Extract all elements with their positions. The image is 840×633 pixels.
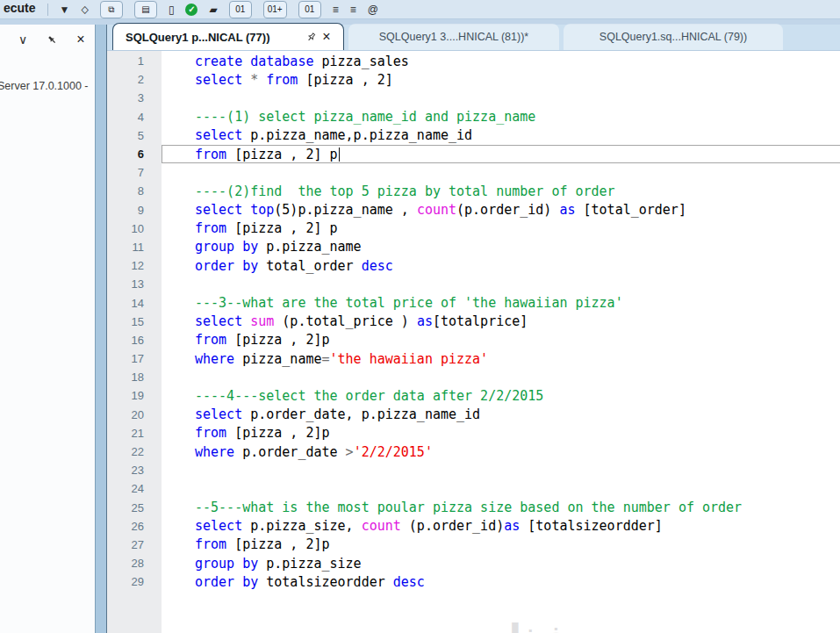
cancel-query-icon[interactable]: ▼	[60, 2, 70, 18]
code-text[interactable]: ---3--what are the total price of 'the h…	[162, 293, 840, 312]
code-text[interactable]: group by p.pizza_name	[162, 238, 840, 256]
indent-icon[interactable]: ≡	[333, 2, 339, 18]
pin-tab-icon[interactable]	[303, 29, 319, 45]
line-number: 15	[107, 315, 162, 328]
code-row-2[interactable]: 2select * from [pizza , 2]	[107, 70, 840, 89]
database-object-icon[interactable]: ▰	[209, 2, 217, 18]
code-text[interactable]: group by p.pizza_size	[162, 554, 840, 572]
line-number: 13	[107, 277, 162, 291]
watermark: نفذلي nafezly.com	[448, 617, 606, 633]
code-row-25[interactable]: 25--5---what is the most poular pizza si…	[107, 499, 840, 517]
code-row-21[interactable]: 21from [pizza , 2]p	[107, 424, 840, 442]
line-number: 29	[107, 575, 162, 588]
code-row-17[interactable]: 17where pizza_name='the hawaiian pizza'	[107, 349, 840, 368]
code-row-29[interactable]: 29order by totalsizeordder desc	[107, 572, 840, 591]
code-row-4[interactable]: 4----(1) select pizza_name_id and pizza_…	[107, 108, 840, 126]
line-number: 26	[107, 520, 162, 533]
code-row-11[interactable]: 11group by p.pizza_name	[107, 238, 840, 256]
code-text[interactable]: create database pizza_sales	[162, 52, 840, 70]
code-text[interactable]	[162, 368, 840, 386]
pin-icon[interactable]	[45, 32, 59, 47]
code-text[interactable]: select p.pizza_size, count (p.order_id)a…	[162, 517, 840, 536]
code-text[interactable]: from [pizza , 2] p	[162, 145, 840, 163]
query-editor[interactable]: 1create database pizza_sales2select * fr…	[107, 51, 840, 633]
code-row-23[interactable]: 23	[107, 461, 840, 479]
tab-3[interactable]: SQLQuery1.sq...HNICAL (79))	[564, 24, 783, 50]
code-text[interactable]	[162, 163, 840, 182]
code-text[interactable]: ----4---select the order data after 2/2/…	[162, 386, 840, 405]
panel-splitter[interactable]	[95, 25, 107, 633]
code-text[interactable]: --5---what is the most poular pizza size…	[162, 499, 840, 517]
code-row-26[interactable]: 26select p.pizza_size, count (p.order_id…	[107, 517, 840, 536]
code-row-6[interactable]: 6from [pizza , 2] p	[107, 145, 840, 163]
code-row-8[interactable]: 8----(2)find the top 5 pizza by total nu…	[107, 182, 840, 200]
code-row-9[interactable]: 9select top(5)p.pizza_name , count(p.ord…	[107, 201, 840, 219]
code-text[interactable]: select top(5)p.pizza_name , count(p.orde…	[162, 201, 840, 219]
line-number-plus-icon[interactable]: 01+	[263, 1, 287, 18]
code-text[interactable]: select * from [pizza , 2]	[162, 70, 840, 89]
code-text[interactable]: from [pizza , 2] p	[162, 219, 840, 238]
line-number: 6	[107, 147, 162, 161]
code-row-24[interactable]: 24	[107, 479, 840, 498]
code-row-12[interactable]: 12order by total_order desc	[107, 256, 840, 275]
code-text[interactable]: from [pizza , 2]p	[162, 424, 840, 442]
code-text[interactable]: ----(2)find the top 5 pizza by total num…	[162, 182, 840, 200]
parse-check-icon[interactable]: ✓	[185, 4, 197, 16]
chevron-down-icon[interactable]: ∨	[16, 32, 30, 47]
close-panel-icon[interactable]: ×	[74, 32, 88, 47]
line-number: 9	[107, 204, 162, 217]
line-number-icon[interactable]: 01	[229, 1, 252, 18]
code-text[interactable]: from [pizza , 2]p	[162, 536, 840, 554]
code-row-10[interactable]: 10from [pizza , 2] p	[107, 219, 840, 238]
code-text[interactable]	[162, 461, 840, 479]
code-text[interactable]	[162, 479, 840, 498]
code-row-15[interactable]: 15select sum (p.total_price ) as[totalpr…	[107, 313, 840, 331]
code-row-13[interactable]: 13	[107, 275, 840, 293]
execute-button[interactable]: ecute	[4, 0, 36, 16]
copy-window-icon[interactable]: ⧉	[100, 1, 123, 18]
code-row-14[interactable]: 14---3--what are the total price of 'the…	[107, 293, 840, 312]
line-number: 21	[107, 427, 162, 440]
code-row-16[interactable]: 16from [pizza , 2]p	[107, 331, 840, 349]
code-row-5[interactable]: 5select p.pizza_name,p.pizza_name_id	[107, 126, 840, 145]
code-text[interactable]: order by total_order desc	[162, 256, 840, 275]
code-row-27[interactable]: 27from [pizza , 2]p	[107, 536, 840, 554]
code-row-19[interactable]: 19----4---select the order data after 2/…	[107, 386, 840, 405]
quote-icon[interactable]: ▯	[169, 2, 175, 18]
line-number: 8	[107, 184, 162, 198]
code-row-28[interactable]: 28group by p.pizza_size	[107, 554, 840, 572]
code-row-20[interactable]: 20select p.order_date, p.pizza_name_id	[107, 406, 840, 424]
tab-2[interactable]: SQLQuery1 3....HNICAL (81))*	[348, 24, 559, 50]
code-text[interactable]: select sum (p.total_price ) as[totalpric…	[162, 313, 840, 331]
query-options-icon[interactable]: ⬦	[81, 2, 88, 18]
at-icon[interactable]: @	[368, 2, 378, 18]
code-text[interactable]	[162, 275, 840, 293]
code-text[interactable]: select p.pizza_name,p.pizza_name_id	[162, 126, 840, 145]
watermark-arabic-text: نفذلي	[448, 617, 606, 633]
code-row-22[interactable]: 22where p.order_date >'2/2/2015'	[107, 442, 840, 461]
line-number: 20	[107, 408, 162, 421]
tab-strip: SQLQuery1 p...NICAL (77))×SQLQuery1 3...…	[107, 25, 840, 51]
toolbar: ecute▼⬦⧉▤▯✓▰0101+01≡≡@	[0, 0, 840, 19]
code-row-7[interactable]: 7	[107, 163, 840, 182]
results-pane-icon[interactable]: ▤	[134, 1, 157, 18]
code-text[interactable]	[162, 89, 840, 107]
code-text[interactable]: order by totalsizeordder desc	[162, 572, 840, 591]
code-text[interactable]: where pizza_name='the hawaiian pizza'	[162, 349, 840, 368]
tab-label: SQLQuery1.sq...HNICAL (79))	[599, 31, 747, 43]
code-text[interactable]: from [pizza , 2]p	[162, 331, 840, 349]
outdent-icon[interactable]: ≡	[350, 2, 356, 18]
line-number: 16	[107, 334, 162, 347]
object-explorer-panel: ∨ × Server 17.0.1000 -	[0, 25, 95, 633]
code-text[interactable]: select p.order_date, p.pizza_name_id	[162, 406, 840, 424]
code-row-1[interactable]: 1create database pizza_sales	[107, 52, 840, 70]
line-number: 12	[107, 259, 162, 272]
code-row-18[interactable]: 18	[107, 368, 840, 386]
line-number-alt-icon[interactable]: 01	[298, 1, 321, 18]
line-number: 17	[107, 352, 162, 365]
code-row-3[interactable]: 3	[107, 89, 840, 107]
code-text[interactable]: where p.order_date >'2/2/2015'	[162, 442, 840, 461]
close-tab-icon[interactable]: ×	[319, 29, 334, 45]
code-text[interactable]: ----(1) select pizza_name_id and pizza_n…	[162, 108, 840, 126]
tab-1[interactable]: SQLQuery1 p...NICAL (77))×	[112, 23, 344, 50]
